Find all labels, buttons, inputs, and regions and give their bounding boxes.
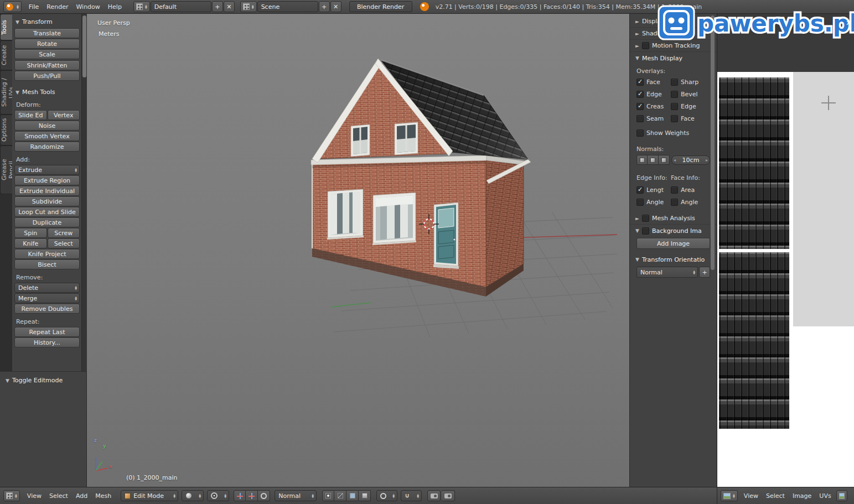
history-button[interactable]: History...: [14, 337, 80, 347]
pivot-center-dropdown[interactable]: [207, 490, 229, 501]
remove-doubles-button[interactable]: Remove Doubles: [14, 304, 80, 314]
layout-close-button[interactable]: ✕: [224, 1, 235, 12]
slide-vertex-button[interactable]: Vertex: [48, 110, 80, 120]
scale-button[interactable]: Scale: [14, 49, 80, 59]
rotate-button[interactable]: Rotate: [14, 39, 80, 49]
image-browse-button[interactable]: [836, 490, 847, 501]
crease-checkbox[interactable]: [636, 103, 644, 110]
show-weights-checkbox[interactable]: [636, 129, 644, 137]
occlude-geometry-button[interactable]: [359, 490, 371, 501]
menu-add[interactable]: Add: [72, 490, 91, 502]
randomize-button[interactable]: Randomize: [14, 142, 80, 152]
subdivide-button[interactable]: Subdivide: [14, 196, 80, 206]
mesh-analysis-panel-header[interactable]: ► Mesh Analysis: [630, 212, 717, 225]
knife-project-button[interactable]: Knife Project: [14, 249, 80, 259]
manipulator-toggle-button[interactable]: [234, 490, 246, 501]
face-normals-toggle[interactable]: [659, 155, 670, 165]
motion-tracking-checkbox[interactable]: [642, 42, 649, 49]
menu-render[interactable]: Render: [43, 1, 72, 13]
view3d-editor-type-button[interactable]: [3, 490, 20, 501]
transform-orientations-panel-header[interactable]: ▼ Transform Orientatio: [630, 253, 717, 266]
render-engine-dropdown[interactable]: Blender Render: [349, 1, 412, 12]
edge-length-checkbox[interactable]: [636, 186, 644, 194]
add-image-button[interactable]: Add Image: [636, 238, 710, 249]
tab-shading-uvs[interactable]: Shading / UVs: [0, 70, 12, 115]
push-pull-button[interactable]: Push/Pull: [14, 71, 80, 81]
vertex-select-button[interactable]: [322, 490, 334, 501]
transform-panel-header[interactable]: ▼ Transform: [15, 17, 80, 27]
tab-create[interactable]: Create: [0, 40, 12, 70]
add-orientation-button[interactable]: +: [699, 267, 710, 278]
uv-menu-image[interactable]: Image: [789, 490, 815, 502]
redo-panel-header[interactable]: ▼ Toggle Editmode: [6, 376, 86, 385]
extrude-region-button[interactable]: Extrude Region: [14, 175, 80, 185]
proportional-edit-dropdown[interactable]: [376, 490, 397, 501]
screw-button[interactable]: Screw: [48, 228, 80, 238]
tab-options[interactable]: Options: [0, 115, 12, 146]
toolshelf-scrollbar-thumb[interactable]: [82, 15, 86, 77]
viewport-shading-dropdown[interactable]: [182, 490, 204, 501]
extrude-individual-button[interactable]: Extrude Individual: [14, 186, 80, 196]
uv-menu-uvs[interactable]: UVs: [815, 490, 835, 502]
spin-button[interactable]: Spin: [14, 228, 47, 238]
shrink-fatten-button[interactable]: Shrink/Fatten: [14, 60, 80, 70]
seam-checkbox[interactable]: [636, 115, 644, 122]
edge-angle-checkbox[interactable]: [636, 199, 644, 206]
menu-select[interactable]: Select: [45, 490, 72, 502]
face-area-checkbox[interactable]: [671, 186, 678, 194]
face-marks-checkbox[interactable]: [671, 115, 678, 122]
face-angle-checkbox[interactable]: [671, 199, 678, 206]
opengl-render-anim-button[interactable]: [442, 490, 455, 501]
loop-cut-button[interactable]: Loop Cut and Slide: [14, 207, 80, 217]
mesh-analysis-checkbox[interactable]: [642, 215, 649, 222]
orientation-select-dropdown[interactable]: Normal: [636, 267, 698, 278]
watermark-close-icon[interactable]: ✕: [846, 19, 852, 27]
background-images-checkbox[interactable]: [642, 227, 649, 235]
duplicate-button[interactable]: Duplicate: [14, 217, 80, 227]
scene-close-button[interactable]: ✕: [330, 1, 341, 12]
uv-editor-type-button[interactable]: [721, 490, 738, 501]
menu-window[interactable]: Window: [72, 1, 103, 13]
uv-menu-view[interactable]: View: [740, 490, 762, 502]
snap-dropdown[interactable]: ∩: [401, 490, 422, 501]
uv-image-editor[interactable]: [717, 14, 854, 487]
edge-select-button[interactable]: [334, 490, 346, 501]
uv-menu-select[interactable]: Select: [762, 490, 789, 502]
menu-mesh[interactable]: Mesh: [91, 490, 115, 502]
translate-button[interactable]: Translate: [14, 28, 80, 38]
vertex-normals-toggle[interactable]: [636, 155, 648, 165]
extrude-dropdown[interactable]: Extrude: [14, 165, 80, 175]
loose-edge-normals-toggle[interactable]: [648, 155, 659, 165]
knife-button[interactable]: Knife: [14, 238, 47, 248]
smooth-vertex-button[interactable]: Smooth Vertex: [14, 131, 80, 141]
transform-orientation-dropdown[interactable]: Normal: [275, 490, 317, 501]
face-overlay-checkbox[interactable]: [636, 79, 644, 86]
background-images-panel-header[interactable]: ▼ Background Ima: [630, 225, 717, 237]
bevel-checkbox[interactable]: [671, 91, 678, 98]
opengl-render-still-button[interactable]: [427, 490, 441, 501]
edge-overlay-checkbox[interactable]: [636, 91, 644, 98]
face-select-button[interactable]: [346, 490, 359, 501]
scene-browse-button[interactable]: [240, 1, 257, 12]
mesh-display-panel-header[interactable]: ▼ Mesh Display: [630, 52, 717, 64]
manipulator-rotate-button[interactable]: [258, 490, 270, 501]
knife-select-button[interactable]: Select: [48, 238, 80, 248]
info-editor-type-button[interactable]: [3, 1, 22, 12]
noise-button[interactable]: Noise: [14, 121, 80, 131]
merge-dropdown[interactable]: Merge: [14, 293, 80, 303]
delete-dropdown[interactable]: Delete: [14, 283, 80, 293]
menu-view[interactable]: View: [23, 490, 45, 502]
sharp-checkbox[interactable]: [671, 79, 678, 86]
edge-marks-checkbox[interactable]: [671, 103, 678, 110]
tab-grease-pencil[interactable]: Grease Pencil: [0, 146, 12, 194]
repeat-last-button[interactable]: Repeat Last: [14, 327, 80, 337]
manipulator-translate-button[interactable]: [246, 490, 258, 501]
tab-tools[interactable]: Tools: [0, 14, 12, 40]
slide-edge-button[interactable]: Slide Ed: [14, 110, 47, 120]
scene-add-button[interactable]: +: [319, 1, 330, 12]
normals-size-field[interactable]: 10cm: [671, 155, 710, 165]
layout-name-field[interactable]: Default: [151, 1, 211, 12]
properties-scrollbar-thumb[interactable]: [711, 15, 715, 270]
menu-file[interactable]: File: [25, 1, 43, 13]
menu-help[interactable]: Help: [104, 1, 126, 13]
